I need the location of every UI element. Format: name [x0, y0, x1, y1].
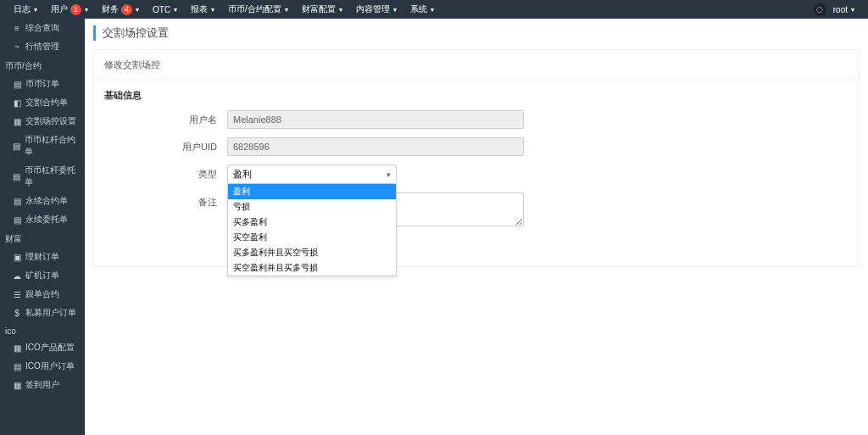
topnav-item[interactable]: 系统▾: [403, 0, 441, 19]
sidebar-icon: ▤: [12, 362, 22, 371]
sidebar-section-header: 财富: [0, 229, 85, 248]
sidebar-item[interactable]: ▤币币杠杆合约单: [0, 131, 85, 161]
sidebar-item-label: 永续合约单: [25, 195, 68, 207]
type-dropdown[interactable]: 盈利亏损买多盈利买空盈利买多盈利并且买空亏损买空盈利并且买多亏损: [227, 184, 397, 276]
topnav-item[interactable]: 币币/合约配置▾: [221, 0, 295, 19]
sidebar-item[interactable]: ▤币币杠杆委托单: [0, 161, 85, 192]
sidebar-icon: ▤: [12, 172, 21, 181]
sidebar-item-label: 交割合约单: [25, 97, 68, 109]
type-option[interactable]: 盈利: [228, 184, 396, 199]
sidebar-icon: ~: [12, 42, 22, 52]
sidebar-item[interactable]: ▣理财订单: [0, 248, 85, 266]
type-option[interactable]: 买多盈利: [228, 215, 396, 230]
sidebar-icon: ☰: [12, 290, 22, 299]
sidebar-item[interactable]: ▦ICO产品配置: [0, 338, 85, 357]
sidebar-item-label: 矿机订单: [25, 270, 59, 282]
sidebar-icon: ▦: [12, 381, 22, 390]
sidebar-icon: ▦: [12, 343, 22, 353]
sidebar-icon: ◧: [12, 98, 22, 108]
sidebar-icon: ▤: [12, 215, 22, 225]
sidebar-item[interactable]: $私募用户订单: [0, 304, 85, 322]
sidebar-item[interactable]: ▤永续合约单: [0, 192, 85, 210]
type-option[interactable]: 买空盈利: [228, 230, 396, 245]
sidebar-item[interactable]: ▤币币订单: [0, 75, 85, 93]
username-label: 用户名: [104, 110, 227, 126]
sidebar-section-header: ico: [0, 322, 85, 338]
sidebar-icon: ▣: [12, 253, 22, 262]
sidebar-icon: ≡: [12, 24, 22, 33]
topnav-item[interactable]: 日志▾: [7, 0, 44, 19]
panel-title: 修改交割场控: [94, 50, 859, 81]
remark-label: 备注: [104, 192, 227, 209]
sidebar-item-label: 币币订单: [25, 78, 59, 90]
sidebar-icon: ▤: [12, 197, 22, 206]
sidebar-item-label: ICO用户订单: [25, 360, 75, 372]
topnav-item[interactable]: 财富配置▾: [295, 0, 349, 19]
sidebar-item-label: 永续委托单: [25, 214, 68, 226]
type-label: 类型: [104, 165, 227, 181]
sidebar-item[interactable]: ☁矿机订单: [0, 266, 85, 285]
sidebar-icon: ▤: [12, 80, 22, 89]
type-option[interactable]: 买空盈利并且买多亏损: [228, 260, 396, 276]
topnav-item[interactable]: 用户1▾: [44, 0, 95, 19]
sidebar-section-header: 币币/合约: [0, 56, 85, 75]
sidebar-icon: ☁: [12, 271, 22, 281]
type-select[interactable]: 盈利 ▾: [227, 165, 397, 184]
chevron-down-icon: ▾: [387, 170, 391, 179]
sidebar-icon: ▤: [12, 142, 21, 151]
type-option[interactable]: 买多盈利并且买空亏损: [228, 245, 396, 260]
sidebar-item-label: 私募用户订单: [25, 307, 76, 319]
page-title: 交割场控设置: [93, 25, 860, 41]
sidebar-item-label: 交割场控设置: [25, 115, 76, 127]
uid-label: 用户UID: [104, 137, 227, 153]
sidebar-item[interactable]: ▦交割场控设置: [0, 112, 85, 131]
uid-input: [227, 137, 524, 156]
sidebar-icon: ▦: [12, 117, 22, 126]
topnav-item[interactable]: 报表▾: [184, 0, 221, 19]
username-input: [227, 110, 524, 129]
sidebar-item-label: 币币杠杆合约单: [25, 134, 80, 158]
sidebar-item-label: 签到用户: [25, 379, 59, 391]
badge: 4: [121, 4, 132, 15]
topnav-item[interactable]: 内容管理▾: [349, 0, 403, 19]
sidebar-icon: $: [12, 309, 22, 318]
sidebar-item-label: ICO产品配置: [25, 342, 75, 354]
sidebar-item[interactable]: ▤永续委托单: [0, 210, 85, 229]
topnav-item[interactable]: OTC▾: [146, 0, 184, 19]
user-menu[interactable]: root▾: [826, 0, 861, 19]
sidebar-item[interactable]: ▦签到用户: [0, 376, 85, 394]
sidebar-item[interactable]: ☰跟单合约: [0, 285, 85, 304]
topnav-item[interactable]: 财务4▾: [95, 0, 146, 19]
sidebar-item-label: 跟单合约: [25, 288, 59, 300]
sidebar-item-label: 行情管理: [25, 41, 59, 53]
sidebar-item-label: 综合查询: [25, 22, 59, 34]
sidebar-item-label: 理财订单: [25, 251, 59, 263]
section-label: 基础信息: [104, 89, 849, 102]
github-icon[interactable]: ◌: [814, 3, 826, 16]
sidebar-item[interactable]: ~行情管理: [0, 37, 85, 56]
sidebar-item-label: 币币杠杆委托单: [25, 165, 80, 188]
sidebar-item[interactable]: ◧交割合约单: [0, 93, 85, 112]
sidebar-item[interactable]: ▤ICO用户订单: [0, 357, 85, 376]
sidebar-item[interactable]: ≡综合查询: [0, 19, 85, 37]
badge: 1: [70, 4, 81, 15]
type-option[interactable]: 亏损: [228, 199, 396, 215]
